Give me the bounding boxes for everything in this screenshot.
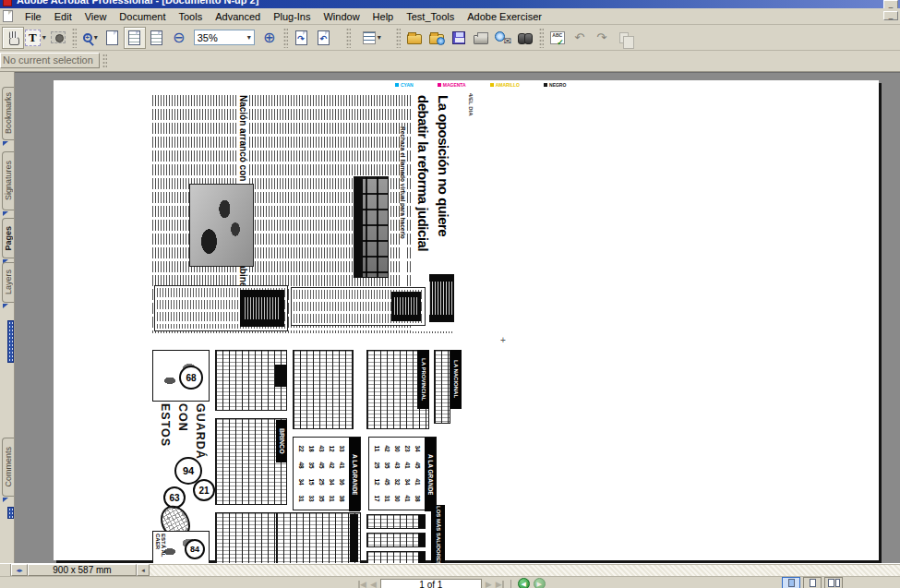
sidebar-tab-layers[interactable]: Layers (2, 262, 14, 303)
lottery-cartoon-box: ESTÁ AL CAER 84 (152, 531, 210, 563)
results-strip (366, 514, 426, 529)
menu-plug-ins[interactable]: Plug-Ins (267, 9, 317, 24)
spell-check-button[interactable]: ABC✓ (546, 27, 569, 49)
task-list-button[interactable]: ▾ (361, 27, 383, 49)
table-label-chip (418, 534, 426, 546)
selection-bar: No current selection (0, 51, 900, 72)
toolbar-grip[interactable] (283, 28, 288, 48)
rotate-clockwise-button[interactable]: ↷ (291, 27, 313, 49)
table-label-chip (350, 514, 358, 562)
menu-tools[interactable]: Tools (173, 9, 210, 24)
pane-splitter-button[interactable]: ◂▸ (11, 564, 28, 576)
next-page-button[interactable]: ▶ (486, 580, 492, 588)
portraits-photo-grid (354, 176, 389, 278)
panel-splitter-handle[interactable] (7, 320, 14, 363)
chevron-down-icon[interactable]: ▾ (94, 33, 98, 42)
menu-test-tools[interactable]: Test_Tools (400, 9, 461, 24)
menu-document[interactable]: Document (113, 9, 172, 24)
menu-help[interactable]: Help (366, 9, 401, 24)
horizontal-scrollbar-track[interactable] (150, 564, 900, 576)
save-button[interactable] (448, 27, 470, 49)
menu-items: FileEditViewDocumentToolsAdvancedPlug-In… (18, 9, 548, 24)
toolbar-grip[interactable] (346, 28, 351, 48)
results-strip (366, 551, 426, 563)
document-pane[interactable]: CYANMAGENTAAMARILLONEGRO Nación arrancó … (15, 72, 900, 563)
page-number-input[interactable]: 1 of 1 (380, 579, 482, 588)
window-minimize-button[interactable]: _ (883, 0, 898, 8)
page-layout-buttons (782, 577, 843, 588)
zoom-out-icon: ⊖ (173, 30, 185, 45)
results-table (276, 512, 361, 563)
chevron-down-icon[interactable]: ▾ (42, 33, 46, 42)
menu-view[interactable]: View (78, 9, 114, 24)
fit-page-button[interactable] (124, 27, 146, 49)
continuous-layout-button[interactable] (803, 577, 822, 588)
separation-label: NEGRO (544, 81, 566, 88)
hand-tool-button[interactable] (2, 27, 24, 49)
email-button[interactable]: ✉ (492, 27, 514, 49)
last-page-button[interactable]: ▶ (496, 580, 504, 588)
menu-file[interactable]: File (18, 9, 48, 24)
text-select-icon: T (25, 30, 41, 46)
facing-layout-button[interactable] (824, 577, 843, 588)
zoom-out-button[interactable]: ⊖ (168, 27, 190, 49)
redo-button[interactable]: ↷ (591, 27, 613, 49)
news-photo (189, 184, 254, 267)
sidebar-tab-signatures[interactable]: Signatures (2, 151, 14, 210)
panel-splitter-handle[interactable] (7, 507, 14, 519)
printer-icon (474, 35, 488, 44)
scroll-left-button[interactable]: ◂ (137, 564, 150, 576)
actual-size-button[interactable] (102, 27, 124, 49)
title-bar: Adobe Acrobat Professional - [Documento … (0, 0, 900, 8)
snapshot-tool-button[interactable] (47, 27, 69, 49)
menu-edit[interactable]: Edit (48, 9, 78, 24)
open-web-page-button[interactable] (426, 27, 448, 49)
horizontal-scroll-row: ◂▸ 900 x 587 mm ◂ (0, 563, 900, 576)
copy-button[interactable] (613, 27, 635, 49)
sidebar-tab-bookmarks[interactable]: Bookmarks (2, 87, 14, 140)
menu-bar: FileEditViewDocumentToolsAdvancedPlug-In… (0, 8, 900, 25)
toolbar-grip[interactable] (102, 54, 107, 68)
first-page-button[interactable]: ◀ (358, 580, 366, 588)
toolbar-grip[interactable] (72, 28, 77, 48)
number-grid: 2218431233483545424134152534363133353138 (296, 440, 347, 507)
previous-page-button[interactable]: ◀ (370, 580, 377, 588)
menu-window[interactable]: Window (317, 9, 366, 24)
zoom-level-combobox[interactable]: 35% ▾ (194, 30, 255, 45)
rotate-page-icon: ↶ (318, 30, 330, 45)
zoom-in-button[interactable]: ⊕ (258, 27, 281, 49)
table-label-chip (275, 365, 287, 387)
previous-view-button[interactable]: ◀ (518, 578, 530, 588)
a-la-grande-panel: 2218431233483545424134152534363133353138… (293, 437, 361, 510)
fit-width-button[interactable] (146, 27, 168, 49)
single-page-layout-button[interactable] (782, 577, 800, 588)
separation-label: CYAN (395, 81, 414, 88)
results-table (434, 350, 450, 424)
boxed-article (291, 287, 426, 326)
lottery-caption: ESTÁ AL CAER (155, 534, 166, 563)
toolbar-grip[interactable] (396, 28, 401, 48)
menu-adobe-exerciser[interactable]: Adobe Exerciser (461, 9, 548, 24)
menu-advanced[interactable]: Advanced (209, 9, 267, 24)
page-navigation: ◀ ◀ 1 of 1 ▶ ▶ ◀ ▶ (358, 578, 546, 588)
redo-icon: ↷ (596, 31, 606, 43)
next-view-button[interactable]: ▶ (534, 578, 546, 588)
sidebar-tab-pages[interactable]: Pages (2, 218, 14, 258)
child-minimize-button[interactable]: _ (883, 11, 898, 20)
toolbar-grip[interactable] (539, 28, 544, 48)
open-button[interactable] (403, 27, 426, 49)
zoom-tool-button[interactable]: + ▾ (79, 27, 102, 49)
print-button[interactable] (470, 27, 492, 49)
select-text-tool-button[interactable]: T ▾ (24, 27, 47, 49)
promo-black-box (429, 274, 454, 322)
sidebar-tab-comments[interactable]: Comments (2, 438, 14, 497)
color-separation-bar: CYANMAGENTAAMARILLONEGRO (395, 81, 566, 88)
actual-size-icon (106, 30, 118, 45)
search-button[interactable] (514, 27, 536, 49)
copy-icon (619, 32, 629, 43)
rotate-counterclockwise-button[interactable]: ↶ (313, 27, 335, 49)
open-folder-icon (407, 34, 422, 44)
chevron-down-icon[interactable]: ▾ (378, 33, 381, 42)
spellcheck-icon: ABC✓ (550, 31, 565, 44)
undo-button[interactable]: ↶ (569, 27, 591, 49)
